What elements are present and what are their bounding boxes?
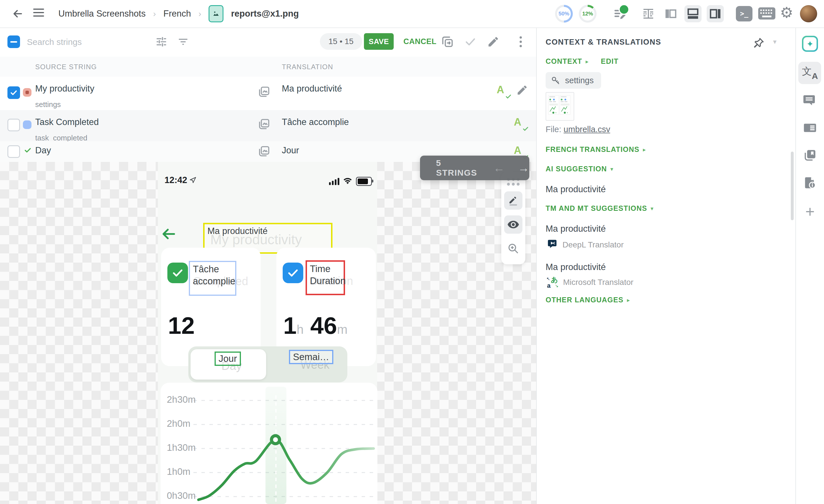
screenshot-indicator-icon[interactable] xyxy=(258,118,271,131)
canvas-toolbar xyxy=(501,172,525,264)
translated-title: Ma productivité xyxy=(207,226,268,236)
status-badge xyxy=(23,120,31,129)
breadcrumb-file[interactable]: reports@x1.png xyxy=(231,9,299,19)
key-tag[interactable]: settings xyxy=(546,72,601,89)
document-info-icon[interactable] xyxy=(796,171,824,195)
progress-ring-source[interactable]: 50% xyxy=(555,5,573,23)
visibility-icon[interactable] xyxy=(504,215,522,234)
row-checkbox[interactable] xyxy=(7,119,20,131)
annotation-segment-day[interactable]: Jour xyxy=(215,351,241,366)
breadcrumb-language[interactable]: French xyxy=(164,9,191,19)
breadcrumb-project[interactable]: Umbrella Screenshots xyxy=(59,9,145,19)
edit-icon[interactable] xyxy=(486,35,500,48)
y-tick: 2h30m xyxy=(167,394,195,405)
menu-icon[interactable] xyxy=(33,9,44,17)
microsoft-translator-icon: あ a ↖ ↘ xyxy=(547,277,558,288)
screenshot-indicator-icon[interactable] xyxy=(258,145,271,158)
tasks-icon[interactable] xyxy=(612,5,629,22)
draw-icon[interactable] xyxy=(504,191,522,210)
annotation-label-box[interactable]: Duration Time Duration xyxy=(306,260,345,295)
keyboard-icon[interactable] xyxy=(758,7,776,21)
back-icon[interactable] xyxy=(11,7,24,21)
chevron-right-icon: ▸ xyxy=(586,58,589,65)
french-translations-link[interactable]: FRENCH TRANSLATIONS▸ xyxy=(546,145,646,154)
phone-clock: 12:42 xyxy=(165,175,187,185)
comments-icon[interactable] xyxy=(796,88,824,113)
progress-ring-target[interactable]: 12% xyxy=(579,5,597,23)
pager-prev-icon[interactable]: ← xyxy=(493,162,505,175)
notification-dot xyxy=(619,4,629,15)
table-row[interactable]: Task Completed task_completed Tâche acco… xyxy=(0,110,536,142)
collapse-icon[interactable]: ▾ xyxy=(773,38,777,46)
source-string[interactable]: My productivity xyxy=(35,84,94,94)
screenshot-canvas[interactable]: 12:42 My productivity xyxy=(0,162,536,504)
source-string[interactable]: Task Completed xyxy=(35,117,99,127)
y-tick: 1h30m xyxy=(167,442,195,453)
cancel-button[interactable]: CANCEL xyxy=(403,33,437,50)
spellcheck-icon[interactable]: A xyxy=(514,117,528,131)
ai-suggestion-link[interactable]: AI SUGGESTION▾ xyxy=(546,165,613,173)
panel-bottom-icon[interactable] xyxy=(684,5,702,22)
string-key[interactable]: settings xyxy=(35,100,61,109)
avatar[interactable] xyxy=(800,5,817,22)
strings-workspace: 15 • 15 SAVE CANCEL SOURCE STRING TRANSL… xyxy=(0,27,537,504)
duplicate-icon[interactable] xyxy=(441,35,454,48)
save-button[interactable]: SAVE xyxy=(364,33,394,50)
more-icon[interactable] xyxy=(515,34,526,49)
suggestion-text[interactable]: Ma productivité xyxy=(546,224,606,234)
ai-suggestion-text[interactable]: Ma productivité xyxy=(546,184,606,195)
file-row: File: umbrella.csv xyxy=(546,125,610,134)
edit-translation-icon[interactable] xyxy=(516,84,528,97)
row-checkbox[interactable] xyxy=(7,86,20,99)
annotation-segment-week[interactable]: Semai… xyxy=(289,350,333,364)
other-languages-link[interactable]: OTHER LANGUAGES▸ xyxy=(546,296,630,304)
card-icon[interactable] xyxy=(796,116,824,140)
pager-next-icon[interactable]: → xyxy=(518,162,529,175)
annotation-label-box[interactable]: Completed Tâche accomplie xyxy=(189,261,236,296)
source-ghost-text: Duration xyxy=(310,275,353,287)
translation-column-header: TRANSLATION xyxy=(282,63,333,71)
terminal-icon[interactable]: >_ xyxy=(736,6,752,21)
zoom-in-icon[interactable] xyxy=(504,239,522,258)
spellcheck-icon[interactable]: A xyxy=(497,85,510,98)
panel-left-icon[interactable] xyxy=(662,5,679,22)
translate-icon[interactable]: 文A xyxy=(796,61,824,85)
context-link[interactable]: CONTEXT▸ xyxy=(546,57,589,66)
suggestion-text[interactable]: Ma productivité xyxy=(546,262,606,272)
row-checkbox[interactable] xyxy=(7,145,20,158)
chevron-down-icon: ▾ xyxy=(610,166,613,173)
screenshot-indicator-icon[interactable] xyxy=(258,85,271,98)
check-icon[interactable] xyxy=(463,35,477,48)
tune-icon[interactable] xyxy=(154,35,168,48)
select-all-checkbox[interactable] xyxy=(7,35,20,48)
translation-string[interactable]: Jour xyxy=(282,145,299,156)
productivity-chart: 2h30m 2h0m 1h30m 1h0m 0h30m xyxy=(161,383,377,504)
editor-columns-icon[interactable] xyxy=(640,5,657,22)
pin-icon[interactable] xyxy=(751,35,767,51)
file-link[interactable]: umbrella.csv xyxy=(563,125,610,134)
filter-icon[interactable] xyxy=(176,35,190,48)
table-row[interactable]: My productivity settings Ma productivité… xyxy=(0,77,536,111)
source-ghost-text: Completed xyxy=(193,275,248,287)
file-label: File: xyxy=(546,125,561,134)
strings-pager: 5 STRINGS ← → xyxy=(420,156,529,180)
context-thumbnail[interactable] xyxy=(546,92,574,121)
chevron-right-icon: › xyxy=(153,9,156,19)
source-string[interactable]: Day xyxy=(35,145,51,156)
search-input[interactable] xyxy=(26,33,147,51)
tm-mt-suggestions-link[interactable]: TM AND MT SUGGESTIONS▾ xyxy=(546,204,654,212)
add-icon[interactable]: + xyxy=(796,199,824,224)
translation-string[interactable]: Tâche accomplie xyxy=(282,117,349,127)
panel-right-icon[interactable] xyxy=(707,5,724,22)
battery-icon xyxy=(356,177,372,186)
verified-check-icon xyxy=(23,146,32,156)
gear-icon[interactable]: ⚙ xyxy=(780,4,793,21)
panel-scrollbar[interactable] xyxy=(791,152,794,220)
translation-string[interactable]: Ma productivité xyxy=(282,84,342,94)
translated-label: Jour xyxy=(219,353,237,364)
lokalise-ai-icon[interactable]: ✦✦ xyxy=(796,31,824,56)
edit-link[interactable]: EDIT xyxy=(601,57,619,66)
screenshots-icon[interactable] xyxy=(796,143,824,168)
suggestion-provider: あ a ↖ ↘ Microsoft Translator xyxy=(547,277,633,288)
chevron-right-icon: ▸ xyxy=(643,146,646,153)
